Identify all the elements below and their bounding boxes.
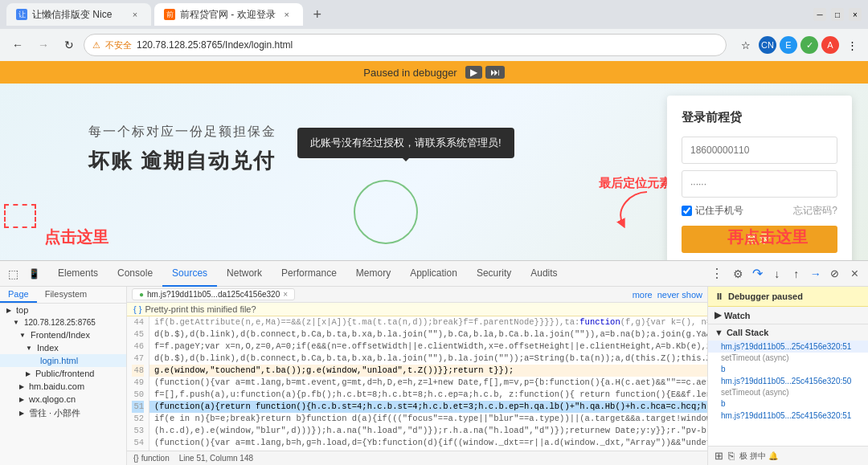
tree-xue-components[interactable]: ▶ 雪往 · 小部件: [0, 406, 126, 421]
callstack-item-6[interactable]: hm.js?19dd11b05...25c4156e320:51: [708, 410, 868, 422]
callstack-label: Call Stack: [727, 328, 769, 337]
tree-public-frontend[interactable]: ▶ Public/frontend: [0, 367, 126, 380]
forget-link[interactable]: 忘记密码?: [793, 204, 837, 218]
tagline-area: 每一个标对应一份足额担保金 坏账 逾期自动兑付: [88, 124, 276, 175]
never-show[interactable]: never show: [657, 290, 702, 300]
tab2-close[interactable]: ×: [280, 8, 293, 21]
debugger-step-over[interactable]: ↷: [748, 264, 768, 283]
tab-security[interactable]: Security: [467, 261, 521, 287]
remember-label[interactable]: 记住手机号: [682, 204, 743, 218]
ext-icon-3[interactable]: ✓: [800, 36, 818, 54]
login-title: 登录前程贷: [682, 110, 837, 125]
devtools-settings-btn[interactable]: ⚙: [728, 267, 748, 280]
callstack-item-5[interactable]: b: [708, 398, 868, 410]
function-label: function: [141, 454, 170, 463]
page-devtools-container: 每一个标对应一份足额担保金 坏账 逾期自动兑付 此账号没有经过授权，请联系系统管…: [0, 84, 868, 465]
tab-audits[interactable]: Audits: [521, 261, 567, 287]
debugger-step[interactable]: →: [806, 264, 825, 283]
tab-network[interactable]: Network: [217, 261, 272, 287]
back-button[interactable]: ←: [6, 34, 29, 56]
tooltip-box: 此账号没有经过授权，请联系系统管理员!: [297, 128, 514, 158]
watch-label: Watch: [724, 311, 751, 320]
code-tab-close[interactable]: ×: [283, 290, 288, 299]
tree-server[interactable]: ▼ 120.78.128.25:8765: [0, 316, 126, 328]
tree-wx-qlogo[interactable]: ▶ wx.qlogo.cn: [0, 393, 126, 406]
star-icon[interactable]: ☆: [736, 35, 755, 55]
status-bar: {} function Line 51, Column 148: [127, 451, 707, 465]
tree-top[interactable]: ▶ top: [0, 304, 126, 316]
debugger-step-into[interactable]: ↓: [768, 264, 787, 283]
close-button[interactable]: ×: [849, 8, 862, 21]
left-indicator: [4, 204, 36, 228]
tab1-close[interactable]: ×: [129, 8, 141, 21]
devtools-more-btn[interactable]: ⋮: [706, 266, 728, 281]
devtools-body: Page Filesystem ▶ top ▼ 120.78.128.25:87…: [0, 287, 868, 465]
line-col: Line 51, Column 148: [179, 454, 253, 463]
callstack-item-2[interactable]: b: [708, 363, 868, 375]
devtools-close-btn[interactable]: ×: [845, 267, 865, 281]
debugger-step-button[interactable]: ⏭: [485, 66, 505, 79]
tab-memory[interactable]: Memory: [346, 261, 400, 287]
click-label-left: 点击这里: [44, 226, 108, 248]
phone-input[interactable]: [682, 137, 837, 164]
minimize-button[interactable]: ─: [813, 8, 826, 21]
restore-button[interactable]: □: [831, 8, 844, 21]
code-content-area: 44454647 48 4950 51 52535455 if(b.getAtt…: [127, 316, 707, 451]
watch-header[interactable]: ▶ Watch: [708, 307, 868, 324]
devtools-bottom-toolbar: ⊞ ⎘ 极 拼中 🔔: [708, 446, 868, 465]
device-icon[interactable]: 📱: [24, 264, 43, 283]
new-tab-button[interactable]: +: [306, 3, 329, 26]
code-header: ● hm.js?19dd11b05...da125c4156e320 × mor…: [127, 287, 707, 303]
page-content: 每一个标对应一份足额担保金 坏账 逾期自动兑付 此账号没有经过授权，请联系系统管…: [0, 84, 868, 260]
sidebar-tab-page[interactable]: Page Filesystem: [0, 287, 126, 304]
tagline-1: 每一个标对应一份足额担保金: [88, 124, 276, 141]
watch-triangle: ▶: [714, 310, 721, 320]
code-line-51: (function(a){return function(){h.c.b.st=…: [149, 401, 707, 413]
compress-icon[interactable]: ⊞: [714, 450, 723, 462]
ext-icon-2[interactable]: E: [780, 36, 797, 54]
debugger-deactivate-btn[interactable]: ⊘: [825, 264, 845, 283]
forward-button[interactable]: →: [32, 34, 55, 56]
inspect-icon[interactable]: ⬚: [3, 264, 23, 283]
tree-frontend-index[interactable]: ▼ Frontend/Index: [0, 328, 126, 341]
security-warning-text: 不安全: [105, 39, 132, 51]
code-line-46: f=f.pageY;var x=n,O,z=0,A=0;if(e&&(n=e.o…: [149, 341, 707, 353]
debugger-bar: Paused in debugger ▶ ⏭: [0, 61, 868, 84]
remember-row: 记住手机号 忘记密码?: [682, 204, 837, 218]
refresh-button[interactable]: ↻: [58, 34, 80, 56]
debugger-step-out[interactable]: ↑: [787, 264, 806, 283]
tagline-2: 坏账 逾期自动兑付: [88, 147, 276, 175]
code-panel: ● hm.js?19dd11b05...da125c4156e320 × mor…: [127, 287, 707, 465]
debugger-play-button[interactable]: ▶: [465, 66, 482, 79]
click-label-right: 再点击这里: [727, 226, 808, 248]
profile-icon[interactable]: A: [821, 36, 839, 54]
callstack-item-0[interactable]: hm.js?19dd11b05...25c4156e320:51: [708, 341, 868, 353]
code-file-tab[interactable]: ● hm.js?19dd11b05...da125c4156e320 ×: [132, 288, 295, 300]
pretty-print-icon: { }: [133, 304, 141, 314]
tab-console[interactable]: Console: [108, 261, 162, 287]
ext-icon-1[interactable]: CN: [759, 36, 776, 54]
tab-2[interactable]: 前 前程贷官网 - 欢迎登录 ×: [154, 3, 303, 26]
tab-sources[interactable]: Sources: [162, 261, 217, 287]
callstack-item-3[interactable]: hm.js?19dd11b05...25c4156e320:50: [708, 375, 868, 387]
tab-1[interactable]: 让 让懒信排版变 Nice ×: [6, 3, 151, 26]
address-bar[interactable]: ⚠ 不安全 120.78.128.25:8765/Index/login.htm…: [84, 34, 727, 56]
tree-hm-baidu[interactable]: ▶ hm.baidu.com: [0, 380, 126, 393]
copy-icon[interactable]: ⎘: [728, 450, 735, 462]
remember-checkbox[interactable]: [682, 206, 692, 216]
tree-index-folder[interactable]: ▼ Index: [0, 341, 126, 354]
code-line-48: g.e(window,"touchend",t.ba());g.e(window…: [149, 365, 707, 377]
code-line-49: (function(){var a=mt.lang,b=mt.event,g=m…: [149, 377, 707, 389]
scope-indicator: {} function: [133, 454, 170, 463]
code-line-47: d(b.$),d(b.link),d(b.connect,b.Ca,b.ta,b…: [149, 353, 707, 365]
menu-icon[interactable]: ⋮: [842, 35, 862, 55]
password-input[interactable]: [682, 170, 837, 198]
search-code[interactable]: more: [633, 290, 653, 300]
debugger-controls: ▶ ⏭: [465, 66, 505, 79]
code-file-name: hm.js?19dd11b05...da125c4156e320: [147, 290, 280, 299]
tab-application[interactable]: Application: [400, 261, 467, 287]
callstack-header[interactable]: ▼ Call Stack: [708, 324, 868, 341]
tab-elements[interactable]: Elements: [48, 261, 108, 287]
tab-performance[interactable]: Performance: [272, 261, 346, 287]
tree-login-html[interactable]: login.html: [0, 354, 126, 367]
